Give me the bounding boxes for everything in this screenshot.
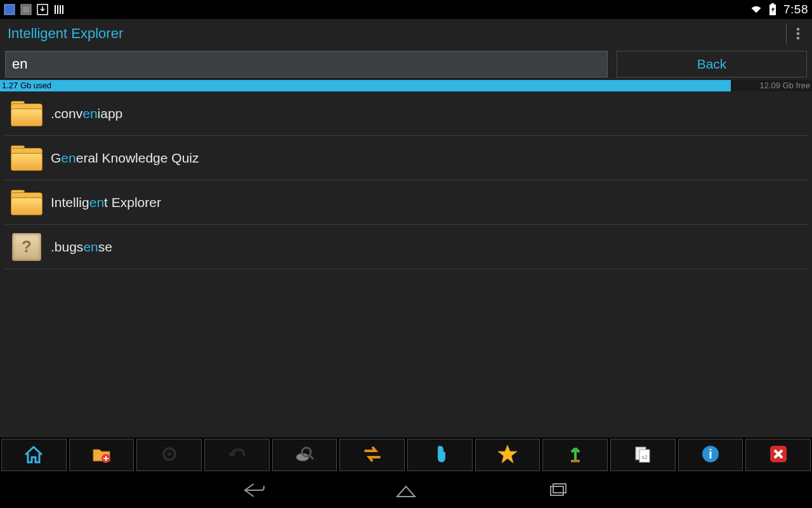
toolbar-undo-dark-button[interactable] [204, 439, 270, 471]
copy-icon: x2 [632, 443, 653, 467]
toolbar-swap-button[interactable] [339, 439, 405, 471]
storage-free-label: 12.09 Gb free [760, 80, 811, 91]
file-row[interactable]: ?.bugsense [4, 225, 808, 269]
storage-used-label: 1.27 Gb used [2, 80, 51, 91]
overflow-menu-button[interactable] [792, 25, 804, 42]
file-name-label: .bugsense [51, 239, 112, 255]
svg-rect-9 [771, 3, 774, 4]
svg-rect-15 [571, 460, 580, 462]
svg-rect-0 [4, 4, 15, 15]
status-barcode-icon [53, 4, 65, 15]
favorite-icon [497, 443, 518, 467]
file-row[interactable]: .conveniapp [4, 91, 808, 136]
nav-back-button[interactable] [235, 478, 273, 503]
toolbar-new-folder-button[interactable] [69, 439, 134, 471]
file-row[interactable]: General Knowledge Quiz [4, 136, 808, 180]
battery-charging-icon [767, 4, 778, 15]
toolbar-settings-dark-button[interactable] [136, 439, 202, 471]
file-name-label: General Knowledge Quiz [51, 150, 199, 166]
file-list: .conveniappGeneral Knowledge QuizIntelli… [0, 91, 812, 438]
search-row: en Back [0, 48, 812, 80]
file-row[interactable]: Intelligent Explorer [4, 180, 808, 225]
svg-rect-4 [55, 5, 56, 14]
toolbar-home-button[interactable] [1, 439, 67, 471]
toolbar-touch-button[interactable] [407, 439, 473, 471]
svg-text:x2: x2 [642, 454, 648, 460]
folder-icon [9, 98, 44, 129]
folder-icon [9, 143, 44, 173]
toolbar-favorite-button[interactable] [475, 439, 540, 471]
toolbar-info-button[interactable]: i [678, 439, 743, 471]
file-name-label: Intelligent Explorer [51, 195, 161, 210]
toolbar-upload-button[interactable] [542, 439, 608, 471]
status-app2-icon [20, 4, 32, 15]
undo-dark-icon [226, 443, 247, 467]
status-app1-icon [4, 4, 15, 15]
toolbar-copy-button[interactable]: x2 [610, 439, 676, 471]
storage-bar: 1.27 Gb used 12.09 Gb free [0, 80, 812, 91]
file-name-label: .conveniapp [51, 106, 122, 121]
titlebar-separator [786, 23, 787, 44]
svg-rect-7 [62, 5, 63, 14]
home-icon [23, 443, 44, 467]
info-icon: i [700, 443, 721, 467]
upload-icon [565, 443, 586, 467]
storage-used-fill [0, 80, 731, 91]
android-navbar [0, 472, 812, 508]
settings-dark-icon [159, 443, 180, 467]
svg-rect-2 [23, 6, 29, 13]
back-button-label: Back [697, 57, 727, 72]
svg-text:i: i [709, 447, 712, 461]
svg-point-12 [167, 452, 171, 456]
unknown-file-icon: ? [9, 232, 44, 262]
svg-rect-6 [60, 5, 61, 14]
toolbar-search-disk-button[interactable] [272, 439, 337, 471]
nav-recents-button[interactable] [539, 478, 577, 503]
search-input[interactable]: en [5, 51, 608, 77]
status-download-icon [37, 4, 48, 15]
svg-rect-5 [57, 5, 58, 14]
back-button[interactable]: Back [617, 51, 807, 77]
app-titlebar: Intelligent Explorer [0, 19, 812, 48]
swap-icon [362, 443, 383, 467]
close-icon [768, 443, 789, 467]
wifi-icon [750, 4, 762, 15]
android-statusbar: 7:58 [0, 0, 812, 19]
app-title: Intelligent Explorer [8, 25, 123, 42]
status-clock: 7:58 [783, 3, 808, 17]
search-disk-icon [294, 443, 315, 467]
touch-icon [429, 443, 450, 467]
folder-icon [9, 187, 44, 218]
search-query-text: en [12, 56, 27, 72]
bottom-toolbar: x2i [0, 438, 812, 472]
toolbar-close-button[interactable] [745, 439, 811, 471]
nav-home-button[interactable] [387, 478, 425, 503]
new-folder-icon [91, 443, 112, 467]
